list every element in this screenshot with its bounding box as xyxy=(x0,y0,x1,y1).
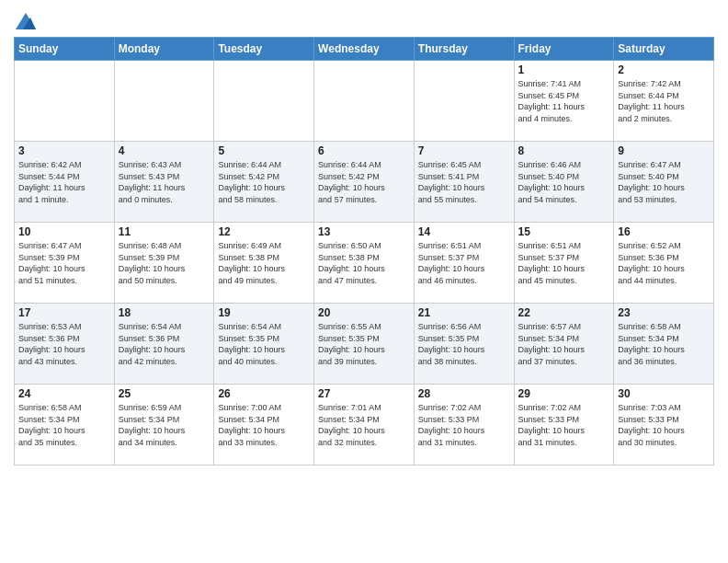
day-number: 9 xyxy=(618,144,710,157)
day-info: Sunrise: 6:49 AM Sunset: 5:38 PM Dayligh… xyxy=(218,240,310,286)
day-number: 19 xyxy=(218,306,310,319)
day-info: Sunrise: 6:56 AM Sunset: 5:35 PM Dayligh… xyxy=(418,321,510,367)
calendar-cell: 17Sunrise: 6:53 AM Sunset: 5:36 PM Dayli… xyxy=(15,304,115,385)
calendar-cell: 8Sunrise: 6:46 AM Sunset: 5:40 PM Daylig… xyxy=(514,142,614,223)
day-number: 22 xyxy=(518,306,610,319)
calendar-cell: 2Sunrise: 7:42 AM Sunset: 6:44 PM Daylig… xyxy=(614,61,714,142)
day-info: Sunrise: 6:58 AM Sunset: 5:34 PM Dayligh… xyxy=(618,321,710,367)
calendar-cell xyxy=(414,61,514,142)
calendar-cell: 9Sunrise: 6:47 AM Sunset: 5:40 PM Daylig… xyxy=(614,142,714,223)
calendar-cell: 18Sunrise: 6:54 AM Sunset: 5:36 PM Dayli… xyxy=(114,304,214,385)
day-number: 28 xyxy=(418,387,510,400)
day-info: Sunrise: 6:42 AM Sunset: 5:44 PM Dayligh… xyxy=(18,159,110,205)
day-info: Sunrise: 6:51 AM Sunset: 5:37 PM Dayligh… xyxy=(518,240,610,286)
day-number: 18 xyxy=(119,306,210,319)
day-number: 23 xyxy=(618,306,710,319)
day-number: 30 xyxy=(618,387,710,400)
page-container: SundayMondayTuesdayWednesdayThursdayFrid… xyxy=(0,0,728,475)
calendar-cell: 19Sunrise: 6:54 AM Sunset: 5:35 PM Dayli… xyxy=(214,304,314,385)
day-info: Sunrise: 6:47 AM Sunset: 5:40 PM Dayligh… xyxy=(618,159,710,205)
day-info: Sunrise: 6:44 AM Sunset: 5:42 PM Dayligh… xyxy=(318,159,410,205)
day-info: Sunrise: 6:52 AM Sunset: 5:36 PM Dayligh… xyxy=(618,240,710,286)
day-number: 1 xyxy=(518,63,610,76)
day-info: Sunrise: 7:42 AM Sunset: 6:44 PM Dayligh… xyxy=(618,78,710,124)
weekday-header-friday: Friday xyxy=(514,38,614,61)
day-info: Sunrise: 6:51 AM Sunset: 5:37 PM Dayligh… xyxy=(418,240,510,286)
calendar-cell: 28Sunrise: 7:02 AM Sunset: 5:33 PM Dayli… xyxy=(414,385,514,465)
day-info: Sunrise: 7:01 AM Sunset: 5:34 PM Dayligh… xyxy=(318,402,410,448)
day-info: Sunrise: 7:03 AM Sunset: 5:33 PM Dayligh… xyxy=(618,402,710,448)
logo-icon xyxy=(16,13,36,29)
calendar-week-row: 17Sunrise: 6:53 AM Sunset: 5:36 PM Dayli… xyxy=(15,304,714,385)
calendar-cell: 20Sunrise: 6:55 AM Sunset: 5:35 PM Dayli… xyxy=(314,304,415,385)
day-number: 2 xyxy=(618,63,710,76)
logo xyxy=(14,13,36,31)
calendar-week-row: 24Sunrise: 6:58 AM Sunset: 5:34 PM Dayli… xyxy=(15,385,714,465)
calendar-cell xyxy=(214,61,314,142)
calendar-cell: 24Sunrise: 6:58 AM Sunset: 5:34 PM Dayli… xyxy=(15,385,115,465)
day-number: 6 xyxy=(318,144,410,157)
calendar-cell: 16Sunrise: 6:52 AM Sunset: 5:36 PM Dayli… xyxy=(614,223,714,304)
calendar-cell: 10Sunrise: 6:47 AM Sunset: 5:39 PM Dayli… xyxy=(15,223,115,304)
day-info: Sunrise: 6:59 AM Sunset: 5:34 PM Dayligh… xyxy=(119,402,210,448)
calendar-cell: 1Sunrise: 7:41 AM Sunset: 6:45 PM Daylig… xyxy=(514,61,614,142)
calendar-cell xyxy=(15,61,115,142)
calendar-table: SundayMondayTuesdayWednesdayThursdayFrid… xyxy=(14,37,714,465)
calendar-cell: 12Sunrise: 6:49 AM Sunset: 5:38 PM Dayli… xyxy=(214,223,314,304)
day-number: 27 xyxy=(318,387,410,400)
day-info: Sunrise: 6:57 AM Sunset: 5:34 PM Dayligh… xyxy=(518,321,610,367)
weekday-header-tuesday: Tuesday xyxy=(214,38,314,61)
day-number: 14 xyxy=(418,225,510,238)
day-number: 20 xyxy=(318,306,410,319)
weekday-header-row: SundayMondayTuesdayWednesdayThursdayFrid… xyxy=(15,38,714,61)
day-number: 8 xyxy=(518,144,610,157)
day-number: 13 xyxy=(318,225,410,238)
day-info: Sunrise: 7:41 AM Sunset: 6:45 PM Dayligh… xyxy=(518,78,610,124)
day-number: 15 xyxy=(518,225,610,238)
calendar-cell: 6Sunrise: 6:44 AM Sunset: 5:42 PM Daylig… xyxy=(314,142,415,223)
calendar-cell: 15Sunrise: 6:51 AM Sunset: 5:37 PM Dayli… xyxy=(514,223,614,304)
day-number: 21 xyxy=(418,306,510,319)
day-info: Sunrise: 6:45 AM Sunset: 5:41 PM Dayligh… xyxy=(418,159,510,205)
day-number: 7 xyxy=(418,144,510,157)
day-number: 17 xyxy=(18,306,110,319)
day-info: Sunrise: 6:44 AM Sunset: 5:42 PM Dayligh… xyxy=(218,159,310,205)
calendar-cell: 22Sunrise: 6:57 AM Sunset: 5:34 PM Dayli… xyxy=(514,304,614,385)
day-number: 12 xyxy=(218,225,310,238)
calendar-cell: 11Sunrise: 6:48 AM Sunset: 5:39 PM Dayli… xyxy=(114,223,214,304)
calendar-cell: 3Sunrise: 6:42 AM Sunset: 5:44 PM Daylig… xyxy=(15,142,115,223)
day-number: 10 xyxy=(18,225,110,238)
calendar-cell: 26Sunrise: 7:00 AM Sunset: 5:34 PM Dayli… xyxy=(214,385,314,465)
day-info: Sunrise: 6:46 AM Sunset: 5:40 PM Dayligh… xyxy=(518,159,610,205)
day-number: 25 xyxy=(119,387,210,400)
day-info: Sunrise: 6:54 AM Sunset: 5:35 PM Dayligh… xyxy=(218,321,310,367)
calendar-cell: 5Sunrise: 6:44 AM Sunset: 5:42 PM Daylig… xyxy=(214,142,314,223)
day-number: 16 xyxy=(618,225,710,238)
day-info: Sunrise: 6:47 AM Sunset: 5:39 PM Dayligh… xyxy=(18,240,110,286)
day-info: Sunrise: 6:58 AM Sunset: 5:34 PM Dayligh… xyxy=(18,402,110,448)
calendar-cell: 29Sunrise: 7:02 AM Sunset: 5:33 PM Dayli… xyxy=(514,385,614,465)
day-info: Sunrise: 7:02 AM Sunset: 5:33 PM Dayligh… xyxy=(418,402,510,448)
day-info: Sunrise: 7:02 AM Sunset: 5:33 PM Dayligh… xyxy=(518,402,610,448)
calendar-week-row: 1Sunrise: 7:41 AM Sunset: 6:45 PM Daylig… xyxy=(15,61,714,142)
day-number: 5 xyxy=(218,144,310,157)
day-number: 11 xyxy=(119,225,210,238)
weekday-header-sunday: Sunday xyxy=(15,38,115,61)
calendar-cell: 4Sunrise: 6:43 AM Sunset: 5:43 PM Daylig… xyxy=(114,142,214,223)
calendar-cell: 7Sunrise: 6:45 AM Sunset: 5:41 PM Daylig… xyxy=(414,142,514,223)
calendar-cell: 30Sunrise: 7:03 AM Sunset: 5:33 PM Dayli… xyxy=(614,385,714,465)
calendar-cell xyxy=(114,61,214,142)
day-number: 3 xyxy=(18,144,110,157)
day-number: 4 xyxy=(119,144,210,157)
calendar-cell: 13Sunrise: 6:50 AM Sunset: 5:38 PM Dayli… xyxy=(314,223,415,304)
header xyxy=(14,9,714,31)
calendar-week-row: 10Sunrise: 6:47 AM Sunset: 5:39 PM Dayli… xyxy=(15,223,714,304)
weekday-header-saturday: Saturday xyxy=(614,38,714,61)
day-info: Sunrise: 7:00 AM Sunset: 5:34 PM Dayligh… xyxy=(218,402,310,448)
calendar-cell: 21Sunrise: 6:56 AM Sunset: 5:35 PM Dayli… xyxy=(414,304,514,385)
day-info: Sunrise: 6:43 AM Sunset: 5:43 PM Dayligh… xyxy=(119,159,210,205)
day-number: 26 xyxy=(218,387,310,400)
calendar-cell: 27Sunrise: 7:01 AM Sunset: 5:34 PM Dayli… xyxy=(314,385,415,465)
weekday-header-thursday: Thursday xyxy=(414,38,514,61)
calendar-week-row: 3Sunrise: 6:42 AM Sunset: 5:44 PM Daylig… xyxy=(15,142,714,223)
